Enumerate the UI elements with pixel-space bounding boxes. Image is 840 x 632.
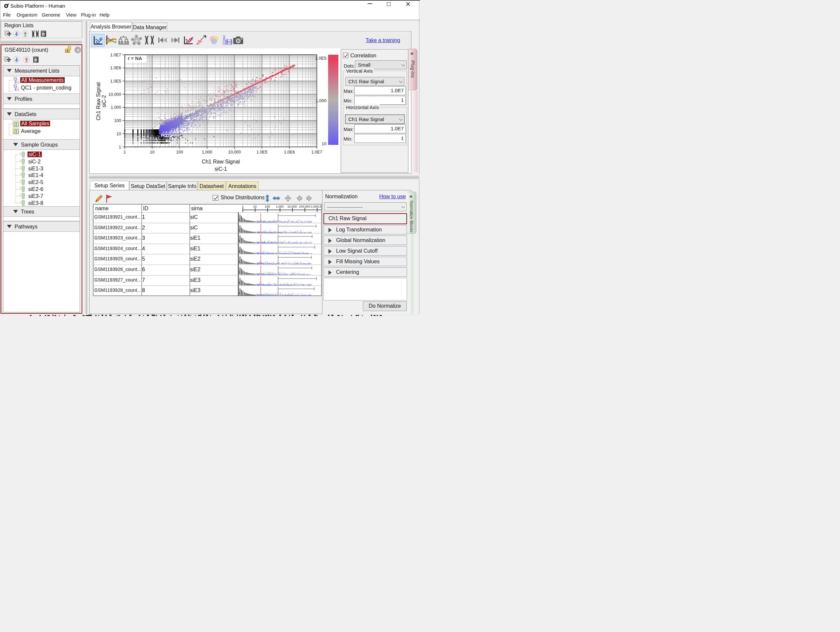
svg-text:10: 10 [253, 205, 257, 208]
svg-text:100,000: 100,000 [299, 205, 310, 208]
svg-text:100: 100 [265, 205, 270, 208]
svg-text:1,000,00: 1,000,00 [311, 205, 321, 208]
svg-text:1.0E6: 1.0E6 [284, 150, 295, 154]
svg-text:10,000: 10,000 [287, 205, 297, 208]
svg-text:1,000: 1,000 [202, 150, 212, 154]
svg-text:1: 1 [124, 150, 126, 154]
svg-text:100: 100 [176, 150, 183, 154]
svg-text:1.0E7: 1.0E7 [110, 53, 121, 57]
svg-text:100: 100 [114, 118, 121, 123]
svg-text:1: 1 [242, 205, 243, 208]
svg-text:1.0E5: 1.0E5 [256, 150, 267, 154]
svg-text:10,000: 10,000 [228, 150, 241, 154]
svg-text:10: 10 [150, 150, 155, 154]
svg-text:10: 10 [117, 132, 121, 136]
svg-text:1,000: 1,000 [276, 205, 284, 208]
svg-text:1.0E6: 1.0E6 [110, 66, 121, 70]
svg-text:1.0E5: 1.0E5 [110, 79, 121, 84]
svg-text:1.0E7: 1.0E7 [311, 150, 322, 154]
svg-text:10,000: 10,000 [109, 92, 121, 97]
svg-text:1,000: 1,000 [111, 105, 121, 110]
svg-text:1: 1 [119, 145, 121, 150]
